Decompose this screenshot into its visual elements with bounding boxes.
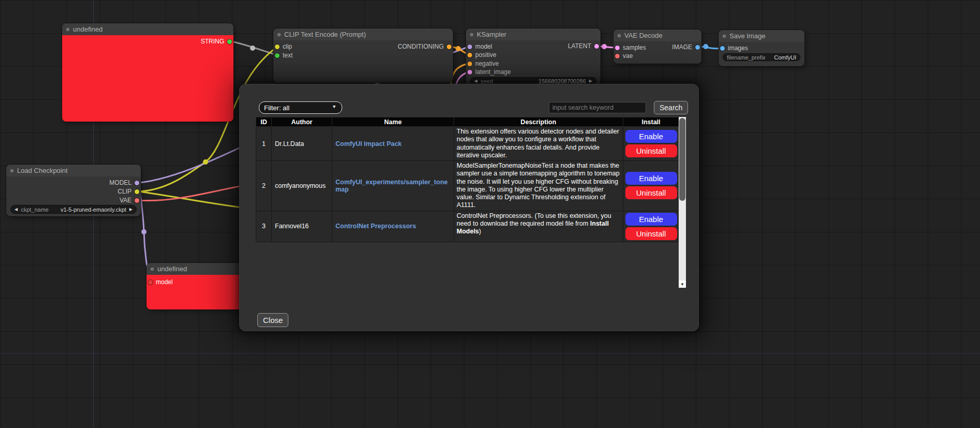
output-latent: LATENT xyxy=(568,42,599,50)
collapse-dot-icon[interactable] xyxy=(277,33,281,36)
vae-port-dot[interactable] xyxy=(615,54,620,58)
ext-id: 3 xyxy=(256,211,272,242)
port-label: LATENT xyxy=(568,42,591,50)
scroll-down-button[interactable]: ▼ xyxy=(679,281,686,288)
ext-name-link[interactable]: ComfyUI_experiments/sampler_tonemap xyxy=(335,179,448,193)
node-title: Save Image xyxy=(729,32,765,40)
increment-arrow-icon[interactable]: ▶ xyxy=(589,79,592,83)
collapse-dot-icon[interactable] xyxy=(618,34,621,37)
port-label: IMAGE xyxy=(672,43,692,51)
latent-port-dot[interactable] xyxy=(467,70,472,75)
search-button[interactable]: Search xyxy=(654,101,688,114)
search-input[interactable] xyxy=(549,102,646,113)
input-clip: clip xyxy=(275,43,292,50)
uninstall-button[interactable]: Uninstall xyxy=(625,186,677,199)
node-title-bar[interactable]: KSampler xyxy=(466,28,601,40)
col-header-install: Install xyxy=(623,117,679,127)
enable-button[interactable]: Enable xyxy=(625,213,677,226)
image-port-dot[interactable] xyxy=(720,46,725,51)
conditioning-port-dot[interactable] xyxy=(447,45,451,49)
node-vae-decode[interactable]: VAE Decode samples vae IMAGE xyxy=(613,29,701,64)
node-title: CLIP Text Encode (Prompt) xyxy=(284,31,366,38)
node-body: clip text CONDITIONING xyxy=(273,40,453,83)
port-label: negative xyxy=(475,60,499,67)
latent-port-dot[interactable] xyxy=(594,44,599,49)
conditioning-port-dot[interactable] xyxy=(467,53,472,57)
uninstall-button[interactable]: Uninstall xyxy=(625,227,677,240)
col-header-id: ID xyxy=(256,117,272,127)
node-body: STRING xyxy=(62,35,233,122)
ext-name-link[interactable]: ComfyUI Impact Pack xyxy=(335,140,402,147)
model-port-dot[interactable] xyxy=(148,280,153,285)
scrollbar-thumb[interactable] xyxy=(679,118,685,201)
clip-port-dot[interactable] xyxy=(135,189,139,194)
node-body: images filename_prefix ComfyUI xyxy=(719,42,805,66)
image-port-dot[interactable] xyxy=(695,45,700,50)
port-label: samples xyxy=(623,44,646,51)
conditioning-port-dot[interactable] xyxy=(467,62,472,66)
input-negative: negative xyxy=(467,60,499,67)
node-title-bar[interactable]: CLIP Text Encode (Prompt) xyxy=(273,28,453,40)
port-label: positive xyxy=(475,51,496,58)
ext-description: This extension offers various detector n… xyxy=(454,127,623,161)
widget-value: ComfyUI xyxy=(774,54,796,61)
filename-prefix-widget[interactable]: filename_prefix ComfyUI xyxy=(723,53,800,61)
uninstall-button[interactable]: Uninstall xyxy=(625,144,677,157)
port-label: CLIP xyxy=(118,188,131,195)
node-save-image[interactable]: Save Image images filename_prefix ComfyU… xyxy=(719,30,805,66)
input-samples: samples xyxy=(615,44,646,51)
table-row: 2 comfyanonymous ComfyUI_experiments/sam… xyxy=(256,161,679,211)
port-label: model xyxy=(156,278,173,286)
collapse-dot-icon[interactable] xyxy=(151,268,154,271)
ext-id: 2 xyxy=(256,161,272,211)
port-label: latent_image xyxy=(475,68,511,76)
node-title-bar[interactable]: undefined xyxy=(62,23,233,35)
widget-label: ckpt_name xyxy=(21,206,49,213)
node-ksampler[interactable]: KSampler model positive negative latent_… xyxy=(466,28,601,85)
vae-port-dot[interactable] xyxy=(135,198,139,203)
col-header-name: Name xyxy=(332,117,454,127)
node-title-bar[interactable]: Save Image xyxy=(719,30,805,42)
node-load-checkpoint[interactable]: Load Checkpoint MODEL CLIP VAE ◀ ckpt_na… xyxy=(6,165,141,216)
previous-arrow-icon[interactable]: ◀ xyxy=(14,208,18,212)
model-port-dot[interactable] xyxy=(467,45,472,49)
port-label: CONDITIONING xyxy=(398,43,444,50)
latent-port-dot[interactable] xyxy=(615,46,620,50)
ext-name-link[interactable]: ControlNet Preprocessors xyxy=(335,223,416,230)
scroll-down-arrow-icon: ▼ xyxy=(680,282,684,287)
wire-reroute-dot xyxy=(250,46,255,51)
ext-description: ControlNet Preprocessors. (To use this e… xyxy=(454,211,623,242)
collapse-dot-icon[interactable] xyxy=(723,35,726,38)
filter-select[interactable]: Filter: all xyxy=(259,101,342,114)
ckpt-name-widget[interactable]: ◀ ckpt_name v1-5-pruned-emaonly.ckpt ▶ xyxy=(10,205,137,214)
table-scrollbar[interactable]: ▼ xyxy=(679,117,686,288)
collapse-dot-icon[interactable] xyxy=(10,169,13,172)
desc-text: ModelSamplerTonemapNoiseTest a node that… xyxy=(457,162,620,209)
input-text: text xyxy=(275,52,292,59)
node-title-bar[interactable]: VAE Decode xyxy=(613,29,701,41)
next-arrow-icon[interactable]: ▶ xyxy=(129,208,133,212)
enable-button[interactable]: Enable xyxy=(625,130,677,143)
port-label: vae xyxy=(623,52,633,60)
node-clip-text-encode[interactable]: CLIP Text Encode (Prompt) clip text COND… xyxy=(273,28,453,83)
wire-reroute-dot xyxy=(203,159,208,165)
clip-port-dot[interactable] xyxy=(275,45,280,49)
collapse-dot-icon[interactable] xyxy=(470,33,473,36)
collapse-dot-icon[interactable] xyxy=(66,28,69,31)
enable-button[interactable]: Enable xyxy=(625,172,677,185)
widget-value: v1-5-pruned-emaonly.ckpt xyxy=(61,206,126,213)
node-body: MODEL CLIP VAE ◀ ckpt_name v1-5-pruned-e… xyxy=(6,176,141,216)
wire-reroute-dot xyxy=(141,229,147,234)
model-port-dot[interactable] xyxy=(135,181,139,185)
output-conditioning: CONDITIONING xyxy=(398,43,451,50)
port-label: text xyxy=(283,52,292,59)
string-port-dot[interactable] xyxy=(275,53,280,58)
node-body: samples vae IMAGE xyxy=(613,41,701,64)
decrement-arrow-icon[interactable]: ◀ xyxy=(474,79,477,83)
port-label: model xyxy=(475,43,492,50)
node-title: Load Checkpoint xyxy=(17,167,68,174)
close-button[interactable]: Close xyxy=(257,313,288,327)
node-title-bar[interactable]: Load Checkpoint xyxy=(6,165,141,176)
node-undefined-top[interactable]: undefined STRING xyxy=(62,23,233,122)
string-port-dot[interactable] xyxy=(227,39,232,44)
